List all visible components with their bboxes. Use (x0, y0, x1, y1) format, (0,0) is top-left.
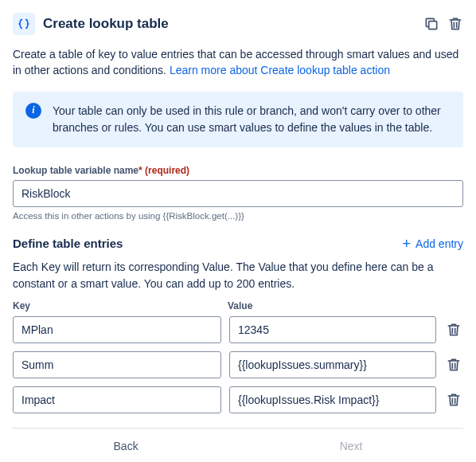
table-row (13, 316, 463, 343)
plus-icon: + (403, 237, 412, 251)
next-button[interactable]: Next (340, 440, 363, 452)
lookup-brackets-icon (13, 13, 35, 35)
panel-header: Create lookup table (13, 13, 463, 35)
table-row (13, 386, 463, 413)
key-input[interactable] (13, 386, 221, 413)
value-input[interactable] (229, 351, 436, 378)
define-entries-header: Define table entries + Add entry (13, 237, 463, 251)
key-input[interactable] (13, 351, 221, 378)
variable-helper: Access this in other actions by using {{… (13, 211, 463, 221)
variable-field: Lookup table variable name* (required) A… (13, 165, 463, 221)
back-button[interactable]: Back (114, 440, 139, 452)
delete-button[interactable] (447, 16, 463, 32)
info-panel: i Your table can only be used in this ru… (13, 92, 463, 147)
variable-name-input[interactable] (13, 180, 463, 207)
learn-more-link[interactable]: Learn more about Create lookup table act… (170, 64, 390, 76)
header-actions (423, 16, 463, 32)
info-text: Your table can only be used in this rule… (53, 103, 451, 136)
value-input[interactable] (229, 316, 436, 343)
key-input[interactable] (13, 316, 221, 343)
delete-row-button[interactable] (444, 357, 463, 373)
required-marker: * (required) (139, 165, 189, 176)
key-column-header: Key (13, 300, 228, 311)
duplicate-button[interactable] (423, 16, 439, 32)
value-input[interactable] (229, 386, 436, 413)
define-entries-heading: Define table entries (13, 237, 123, 250)
value-column-header: Value (228, 300, 463, 311)
svg-rect-0 (429, 22, 437, 29)
entries-description: Each Key will return its corresponding V… (13, 259, 463, 292)
panel-title: Create lookup table (43, 16, 423, 32)
footer-nav: Back Next (13, 440, 463, 452)
description: Create a table of key to value entries t… (13, 46, 463, 79)
variable-label: Lookup table variable name* (required) (13, 165, 463, 176)
delete-row-button[interactable] (444, 392, 463, 408)
column-headers: Key Value (13, 300, 463, 311)
divider (13, 428, 463, 429)
delete-row-button[interactable] (444, 322, 463, 338)
table-row (13, 351, 463, 378)
entries-rows (13, 316, 463, 413)
info-icon: i (25, 103, 41, 119)
add-entry-button[interactable]: + Add entry (403, 237, 463, 251)
